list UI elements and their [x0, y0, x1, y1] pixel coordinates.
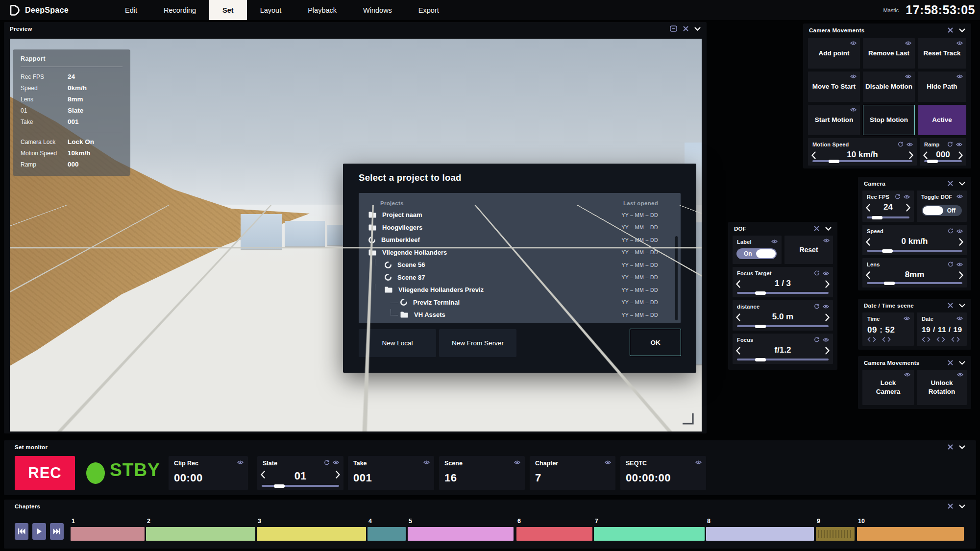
chevron-down-icon[interactable]: [959, 445, 965, 449]
eye-icon[interactable]: [956, 41, 963, 46]
chapter-segment[interactable]: 9: [816, 527, 855, 541]
increment-arrow[interactable]: [825, 280, 830, 288]
menu-item-layout[interactable]: Layout: [247, 0, 295, 20]
slider-handle[interactable]: [755, 358, 766, 361]
reset-icon[interactable]: [814, 337, 819, 342]
reset-icon[interactable]: [898, 142, 903, 147]
eye-icon[interactable]: [905, 41, 911, 46]
chapter-segment[interactable]: 5: [408, 527, 514, 541]
chapter-segment[interactable]: 3: [257, 527, 366, 541]
close-icon[interactable]: [948, 181, 953, 186]
eye-icon[interactable]: [695, 460, 702, 465]
add-point-button[interactable]: Add point: [808, 38, 860, 69]
label-toggle-switch[interactable]: On: [736, 248, 777, 259]
dof-toggle-switch[interactable]: Off: [922, 205, 962, 216]
eye-icon[interactable]: [956, 316, 963, 321]
close-icon[interactable]: [683, 26, 688, 31]
chevron-down-icon[interactable]: [825, 227, 832, 231]
unlock-rotation-button[interactable]: Unlock Rotation: [917, 370, 967, 405]
rec-button[interactable]: REC: [15, 456, 75, 490]
disable-motion-button[interactable]: Disable Motion: [863, 72, 915, 102]
project-row[interactable]: VH AssetsYY – MM – DD: [359, 309, 681, 321]
increment-arrow[interactable]: [959, 238, 963, 246]
chevron-down-icon[interactable]: [959, 504, 965, 508]
chapter-segment[interactable]: 1: [71, 527, 145, 541]
project-row[interactable]: Project naamYY – MM – DD: [359, 209, 681, 221]
start-motion-button[interactable]: Start Motion: [808, 105, 860, 135]
close-icon[interactable]: [948, 360, 953, 365]
reset-track-button[interactable]: Reset Track: [918, 38, 966, 69]
reset-icon[interactable]: [947, 142, 953, 147]
slider-handle[interactable]: [274, 484, 285, 488]
slider-handle[interactable]: [884, 282, 895, 285]
slider[interactable]: [812, 160, 912, 162]
menu-item-windows[interactable]: Windows: [350, 0, 405, 20]
move-to-start-button[interactable]: Move To Start: [808, 72, 860, 102]
eye-icon[interactable]: [823, 337, 829, 342]
eye-icon[interactable]: [423, 460, 430, 465]
list-scrollbar[interactable]: [675, 236, 678, 320]
project-row[interactable]: Previz TerminalYY – MM – DD: [359, 296, 681, 309]
stop-motion-button[interactable]: Stop Motion: [863, 105, 915, 135]
chapter-segment[interactable]: 8: [706, 527, 814, 541]
project-row[interactable]: Vliegende HollandersYY – MM – DD: [359, 246, 681, 259]
menu-item-edit[interactable]: Edit: [112, 0, 150, 20]
project-row[interactable]: Vliegende Hollanders PrevizYY – MM – DD: [359, 284, 681, 296]
chapter-segment[interactable]: 6: [516, 527, 592, 541]
chevron-down-icon[interactable]: [959, 304, 965, 308]
eye-icon[interactable]: [823, 271, 829, 276]
increment-arrow[interactable]: [909, 151, 913, 159]
slider-handle[interactable]: [927, 160, 938, 163]
eye-icon[interactable]: [956, 229, 963, 234]
close-icon[interactable]: [948, 503, 953, 509]
project-row[interactable]: BumberkleefYY – MM – DD: [359, 234, 681, 246]
slider-handle[interactable]: [755, 325, 766, 328]
project-row[interactable]: Scene 87YY – MM – DD: [359, 271, 681, 284]
new-from-server-button[interactable]: New From Server: [439, 329, 516, 357]
close-icon[interactable]: [948, 303, 953, 308]
increment-arrow[interactable]: [336, 471, 340, 479]
increment-arrow[interactable]: [959, 271, 963, 279]
eye-icon[interactable]: [237, 460, 244, 465]
slider[interactable]: [867, 250, 962, 252]
eye-icon[interactable]: [905, 74, 911, 79]
increment-arrow[interactable]: [906, 204, 910, 212]
dof-reset-button[interactable]: Reset: [784, 236, 833, 264]
new-local-button[interactable]: New Local: [359, 329, 436, 357]
menu-item-export[interactable]: Export: [405, 0, 452, 20]
increment-arrow[interactable]: [825, 313, 830, 321]
close-icon[interactable]: [948, 27, 953, 33]
slider[interactable]: [737, 325, 829, 327]
lock-camera-button[interactable]: Lock Camera: [862, 370, 914, 405]
close-icon[interactable]: [948, 444, 953, 450]
slider-handle[interactable]: [872, 216, 882, 219]
reset-icon[interactable]: [814, 270, 819, 276]
eye-icon[interactable]: [514, 460, 520, 465]
eye-icon[interactable]: [333, 460, 339, 465]
reset-icon[interactable]: [814, 304, 819, 309]
eye-icon[interactable]: [850, 107, 857, 112]
slider[interactable]: [867, 216, 909, 218]
reset-icon[interactable]: [948, 262, 953, 267]
reset-icon[interactable]: [324, 460, 329, 465]
eye-icon[interactable]: [904, 316, 910, 321]
menu-item-recording[interactable]: Recording: [150, 0, 209, 20]
skip-forward-button[interactable]: [50, 523, 64, 540]
chevron-down-icon[interactable]: [959, 361, 965, 365]
eye-icon[interactable]: [823, 304, 829, 309]
chevron-down-icon[interactable]: [959, 28, 965, 32]
hide-path-button[interactable]: Hide Path: [918, 72, 966, 102]
slider[interactable]: [262, 485, 339, 487]
eye-icon[interactable]: [904, 194, 910, 199]
eye-icon[interactable]: [904, 372, 910, 377]
date-adjust-chevrons[interactable]: [922, 337, 962, 342]
chapter-segment[interactable]: 2: [146, 527, 255, 541]
eye-icon[interactable]: [823, 238, 830, 243]
chevron-down-icon[interactable]: [694, 27, 701, 31]
menu-item-set[interactable]: Set: [209, 0, 247, 20]
reset-icon[interactable]: [948, 228, 953, 234]
eye-icon[interactable]: [906, 142, 913, 147]
chapter-segment[interactable]: 10: [857, 527, 964, 541]
slider[interactable]: [737, 292, 829, 294]
eye-icon[interactable]: [771, 239, 778, 244]
